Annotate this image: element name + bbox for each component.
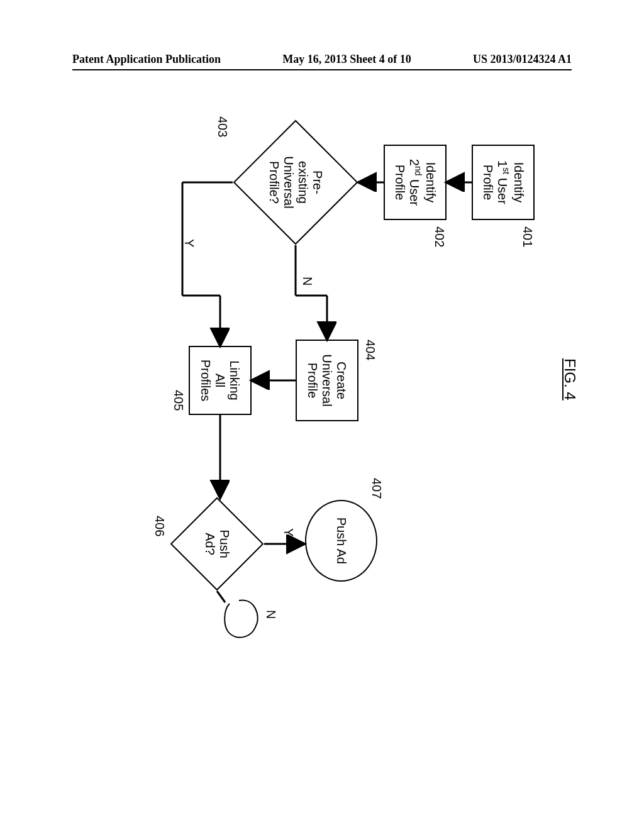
svg-line-14 [217,591,225,602]
edge-label-403-n: N [300,277,314,285]
header-right: US 2013/0124324 A1 [473,53,572,66]
header-rule [72,69,572,70]
header-center: May 16, 2013 Sheet 4 of 10 [282,53,411,66]
page-header: Patent Application Publication May 16, 2… [72,53,572,66]
header-left: Patent Application Publication [72,53,221,66]
flowchart-fig-4: FIG. 4 Identify1st UserProfile 401 Ident… [38,151,572,635]
edge-label-406-n: N [264,610,278,619]
edge-label-406-y: Y [281,528,296,536]
page: Patent Application Publication May 16, 2… [0,0,644,830]
flowchart-arrows [38,113,572,679]
edge-label-403-y: Y [182,239,196,247]
